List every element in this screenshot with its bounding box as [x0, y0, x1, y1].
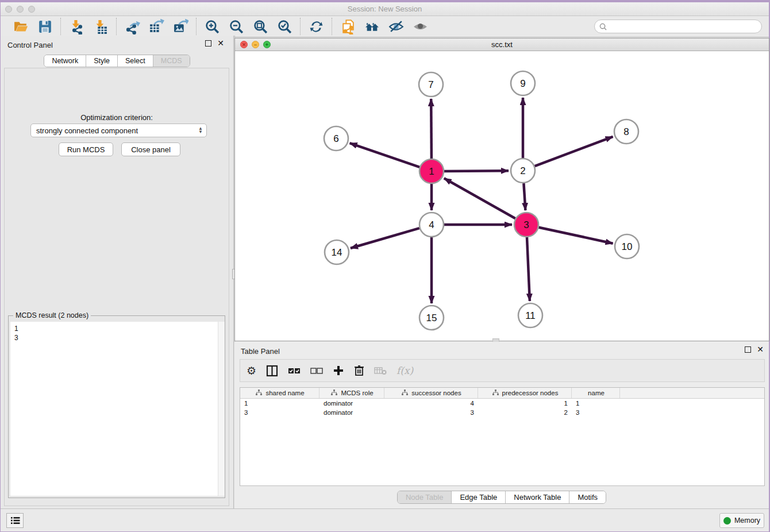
node-label: 14 [332, 247, 342, 258]
mcds-result-text[interactable]: 1 3 [10, 322, 223, 496]
float-table-panel-icon[interactable] [745, 346, 751, 353]
float-panel-icon[interactable] [205, 40, 211, 47]
export-network-icon[interactable] [124, 18, 141, 34]
export-table-icon[interactable] [148, 18, 165, 34]
column-header-predecessor-nodes[interactable]: predecessor nodes [478, 388, 572, 398]
edge-4-14[interactable] [351, 228, 419, 248]
graph-node-1[interactable]: 1 [419, 159, 444, 183]
control-panel-tabs: NetworkStyleSelectMCDS [1, 55, 233, 67]
table-tab-network-table[interactable]: Network Table [505, 491, 569, 503]
graph-node-11[interactable]: 11 [518, 303, 542, 327]
import-network-icon[interactable] [68, 18, 85, 34]
table-settings-icon[interactable]: ⚙ [247, 365, 256, 376]
hide-selected-icon[interactable] [387, 18, 405, 34]
graph-node-10[interactable]: 10 [615, 234, 639, 259]
apply-layout-icon[interactable] [307, 18, 325, 34]
ndex-home-icon[interactable] [363, 18, 380, 34]
table-body: 1dominator4113dominator323 [240, 399, 764, 417]
edge-2-3[interactable] [523, 183, 525, 210]
network-window-titlebar[interactable]: ✕ − + scc.txt [235, 38, 769, 51]
close-table-panel-icon[interactable]: ✕ [757, 346, 764, 353]
network-view-window: ✕ − + scc.txt 1234678910111415 [234, 38, 769, 341]
graph-node-8[interactable]: 8 [614, 119, 638, 144]
cell-name[interactable]: 1 [572, 399, 620, 408]
close-panel-icon[interactable]: ✕ [217, 40, 224, 47]
search-box[interactable] [594, 20, 762, 33]
edge-3-1[interactable] [444, 178, 515, 218]
deselect-all-icon[interactable] [310, 367, 323, 375]
edge-3-11[interactable] [527, 237, 530, 301]
node-label: 4 [429, 219, 434, 230]
import-table-icon[interactable] [92, 18, 109, 34]
table-tab-edge-table[interactable]: Edge Table [451, 491, 505, 503]
graph-node-6[interactable]: 6 [324, 126, 348, 151]
tab-network[interactable]: Network [44, 55, 86, 67]
tab-select[interactable]: Select [117, 55, 153, 67]
cell-MCDS-role[interactable]: dominator [319, 408, 384, 417]
column-header-label: MCDS role [341, 390, 373, 396]
graph-node-15[interactable]: 15 [419, 306, 444, 330]
run-mcds-button[interactable]: Run MCDS [59, 142, 113, 156]
table-tab-motifs[interactable]: Motifs [569, 491, 606, 503]
zoom-in-icon[interactable] [203, 18, 221, 34]
task-history-button[interactable] [6, 513, 24, 528]
toggle-columns-icon[interactable] [266, 365, 278, 377]
cell-shared-name[interactable]: 3 [240, 408, 319, 417]
edge-1-2[interactable] [444, 171, 509, 171]
show-all-icon[interactable] [411, 18, 429, 34]
column-header-MCDS-role[interactable]: MCDS role [319, 388, 384, 398]
network-canvas[interactable]: 1234678910111415 [235, 51, 769, 341]
node-label: 2 [520, 165, 525, 176]
column-header-name[interactable]: name [572, 388, 620, 398]
graph-node-7[interactable]: 7 [419, 72, 443, 97]
column-header-shared-name[interactable]: shared name [240, 388, 319, 398]
add-row-icon[interactable] [333, 365, 344, 376]
graph-node-2[interactable]: 2 [511, 159, 535, 183]
zoom-selected-icon[interactable] [276, 18, 293, 34]
column-header-label: name [588, 390, 605, 396]
export-image-icon[interactable] [172, 18, 189, 34]
function-builder-icon: f(x) [396, 365, 413, 376]
dropdown-stepper-icon: ▲▼ [198, 127, 203, 134]
table-panel: Table Panel ✕ ⚙ [234, 342, 769, 508]
table-header-row: shared nameMCDS rolesuccessor nodesprede… [240, 388, 764, 399]
mcds-result-group: MCDS result (2 nodes) 1 3 [8, 315, 225, 498]
cell-predecessor-nodes[interactable]: 2 [478, 408, 572, 417]
cell-successor-nodes[interactable]: 4 [384, 399, 478, 408]
column-header-label: shared name [265, 390, 304, 396]
tab-mcds[interactable]: MCDS [153, 55, 190, 67]
column-header-successor-nodes[interactable]: successor nodes [384, 388, 478, 398]
node-label: 8 [623, 126, 629, 137]
mcds-panel: Optimization criterion: strongly connect… [4, 68, 229, 506]
save-session-icon[interactable] [36, 18, 53, 34]
cell-predecessor-nodes[interactable]: 1 [478, 399, 572, 408]
zoom-out-icon[interactable] [228, 18, 245, 34]
cell-name[interactable]: 3 [572, 408, 620, 417]
table-tab-node-table[interactable]: Node Table [398, 491, 452, 503]
new-network-from-selection-icon[interactable] [339, 18, 356, 34]
open-file-icon[interactable] [12, 18, 29, 34]
edge-1-6[interactable] [350, 143, 420, 167]
graph-node-3[interactable]: 3 [514, 213, 538, 237]
memory-button[interactable]: Memory [719, 513, 764, 528]
criterion-dropdown-value: strongly connected component [36, 126, 198, 135]
close-panel-button[interactable]: Close panel [121, 142, 180, 156]
tab-style[interactable]: Style [86, 55, 117, 67]
graph-node-14[interactable]: 14 [325, 240, 349, 264]
result-scrollbar[interactable] [218, 322, 225, 496]
search-input[interactable] [610, 21, 761, 32]
node-label: 10 [622, 241, 633, 252]
edge-3-10[interactable] [539, 228, 613, 244]
cell-MCDS-role[interactable]: dominator [319, 399, 384, 408]
delete-row-icon[interactable] [354, 365, 364, 376]
zoom-fit-icon[interactable] [252, 18, 269, 34]
edge-1-7[interactable] [431, 99, 432, 159]
edge-2-8[interactable] [535, 137, 613, 166]
graph-node-4[interactable]: 4 [419, 213, 444, 237]
criterion-dropdown[interactable]: strongly connected component ▲▼ [30, 124, 207, 137]
cell-successor-nodes[interactable]: 3 [384, 408, 478, 417]
node-label: 9 [520, 78, 525, 89]
cell-shared-name[interactable]: 1 [240, 399, 319, 408]
select-all-icon[interactable] [288, 367, 301, 375]
graph-node-9[interactable]: 9 [511, 71, 535, 95]
